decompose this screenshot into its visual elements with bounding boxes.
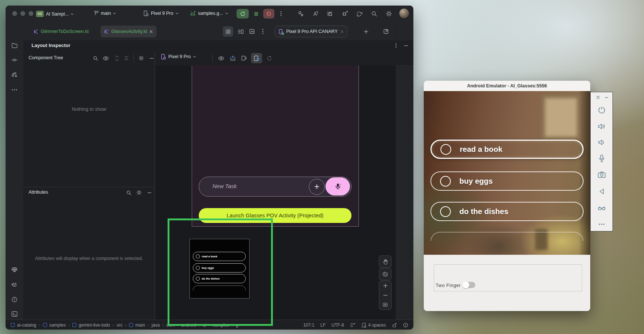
project-selector[interactable]: AI Sampl... xyxy=(46,11,74,17)
vcs-branch-selector[interactable]: main xyxy=(94,10,116,16)
emulator-display[interactable]: read a book buy eggs do the dishes xyxy=(424,91,590,255)
indent-options-icon[interactable] xyxy=(350,323,356,327)
editor-tabs-more-menu[interactable] xyxy=(259,26,267,37)
todo-item-read-a-book[interactable]: read a book xyxy=(430,140,584,159)
emulator-minimize-icon[interactable] xyxy=(603,94,610,101)
emulator-close-icon[interactable] xyxy=(594,94,602,101)
attributes-hide-icon[interactable] xyxy=(145,188,154,197)
run-more-menu[interactable] xyxy=(277,9,285,19)
indent-size[interactable]: 4 spaces xyxy=(361,323,386,328)
problems-icon[interactable] xyxy=(9,294,20,305)
structure-icon[interactable] xyxy=(9,69,20,80)
two-finger-toggle[interactable] xyxy=(463,282,475,288)
ai-cat-icon[interactable] xyxy=(9,279,20,290)
sync-todo-icon[interactable] xyxy=(324,9,335,19)
inspector-device-selector[interactable]: Pixel 9 Pro xyxy=(161,54,196,60)
pan-hand-button[interactable] xyxy=(379,255,392,268)
emulator-power-button[interactable] xyxy=(596,104,607,116)
layout-inspector-hide-icon[interactable] xyxy=(402,42,410,49)
settings-gear-icon[interactable] xyxy=(384,9,394,19)
user-avatar[interactable] xyxy=(399,9,409,18)
two-finger-label: Two Finger xyxy=(436,283,461,288)
radio-circle-icon[interactable] xyxy=(440,206,451,217)
live-updates-toggle-active[interactable] xyxy=(251,53,262,63)
tab-glassesactivity[interactable]: GlassesActivity.kt xyxy=(100,26,156,37)
close-tab-icon[interactable] xyxy=(340,30,344,33)
chevron-down-icon xyxy=(225,12,228,14)
emulator-volume-down-button[interactable] xyxy=(596,137,607,148)
new-task-input[interactable]: New Task + xyxy=(199,177,351,197)
profiler-icon[interactable] xyxy=(310,9,320,19)
radio-circle-icon[interactable] xyxy=(440,144,451,155)
apply-changes-icon[interactable] xyxy=(340,9,350,19)
emulator-more-button[interactable] xyxy=(596,218,607,230)
gemini-gem-icon[interactable] xyxy=(9,264,20,275)
zoom-out-button[interactable] xyxy=(379,291,391,300)
microphone-icon xyxy=(335,183,341,190)
inspector-view-options-eye-icon[interactable] xyxy=(216,54,226,63)
expand-all-icon[interactable] xyxy=(112,54,121,63)
editor-view-mode-design-icon[interactable] xyxy=(247,26,257,37)
todo-item-buy-eggs[interactable]: buy eggs xyxy=(430,171,584,191)
mini-todo-item: read a book xyxy=(193,252,246,261)
emulator-glasses-button[interactable] xyxy=(596,202,607,213)
inspections-status-icon[interactable] xyxy=(403,323,408,328)
chevron-down-icon xyxy=(113,12,116,14)
project-folder-icon[interactable] xyxy=(9,40,20,51)
emulator-volume-up-button[interactable] xyxy=(596,121,607,132)
snapshot-import-icon[interactable] xyxy=(239,54,249,63)
tree-view-options-eye-icon[interactable] xyxy=(101,54,110,63)
emulator-title-bar[interactable]: Android Emulator - AI_Glasses:5556 xyxy=(424,81,590,91)
close-window-button[interactable] xyxy=(12,11,17,16)
todo-item-do-the-dishes[interactable]: do the dishes xyxy=(430,202,584,221)
emulator-microphone-button[interactable] xyxy=(596,153,607,164)
run-configuration-selector[interactable]: samples.g... xyxy=(190,10,228,16)
snapshot-export-icon[interactable] xyxy=(228,54,238,63)
emulator-camera-button[interactable] xyxy=(596,169,607,180)
running-device-tab[interactable]: Pixel 9 Pro API CANARY xyxy=(275,26,347,37)
zoom-fit-button[interactable] xyxy=(379,300,391,310)
add-device-tab-button[interactable] xyxy=(361,26,370,37)
zoom-in-button[interactable] xyxy=(379,281,391,290)
radio-circle-icon[interactable] xyxy=(440,176,451,187)
close-tab-icon[interactable] xyxy=(149,30,153,33)
mini-todo-item: buy eggs xyxy=(193,263,246,273)
3d-layers-button[interactable] xyxy=(379,268,392,280)
open-in-window-icon[interactable] xyxy=(382,26,390,37)
tab-glimmertodoscreen[interactable]: GlimmerToDoScreen.kt xyxy=(30,26,92,37)
maximize-window-button[interactable] xyxy=(29,11,33,16)
more-tool-windows-icon[interactable] xyxy=(9,84,20,95)
stop-button[interactable] xyxy=(263,9,274,19)
minimize-window-button[interactable] xyxy=(20,11,25,16)
voice-input-button[interactable] xyxy=(326,177,350,196)
build-icon[interactable] xyxy=(295,9,306,19)
editor-view-mode-split-icon[interactable] xyxy=(235,26,246,37)
file-settings-icon xyxy=(361,323,366,328)
collapse-all-icon[interactable] xyxy=(122,54,131,63)
device-screen-render[interactable]: New Task + Launch Glasses POV Activity (… xyxy=(192,66,359,227)
target-device-selector[interactable]: Pixel 9 Pro xyxy=(143,10,179,16)
module-icon xyxy=(11,323,15,327)
line-separator[interactable]: LF xyxy=(320,323,326,328)
editor-view-mode-list-icon[interactable] xyxy=(223,26,233,37)
attributes-search-icon[interactable] xyxy=(124,188,133,197)
commit-icon[interactable] xyxy=(9,54,20,66)
tree-settings-gear-icon[interactable] xyxy=(137,54,146,63)
mini-screen-render[interactable]: read a book buy eggs do the dishes xyxy=(189,239,250,298)
search-everywhere-icon[interactable] xyxy=(369,9,379,19)
refresh-layout-icon[interactable] xyxy=(264,54,274,63)
file-encoding[interactable]: UTF-8 xyxy=(331,323,344,328)
attributes-header: Attributes xyxy=(23,187,155,198)
attributes-settings-gear-icon[interactable] xyxy=(135,188,143,197)
module-icon xyxy=(129,323,133,327)
write-access-lock-icon[interactable] xyxy=(392,323,397,328)
emulator-back-button[interactable] xyxy=(596,186,607,197)
debug-button[interactable] xyxy=(251,9,261,19)
add-task-button[interactable]: + xyxy=(309,179,325,195)
tree-search-icon[interactable] xyxy=(91,54,100,63)
cursor-position[interactable]: 107:1 xyxy=(303,323,314,328)
pull-request-icon[interactable] xyxy=(354,9,364,19)
rerun-button[interactable] xyxy=(237,9,249,19)
terminal-icon[interactable] xyxy=(9,308,20,320)
layout-inspector-more-menu[interactable] xyxy=(392,42,400,49)
